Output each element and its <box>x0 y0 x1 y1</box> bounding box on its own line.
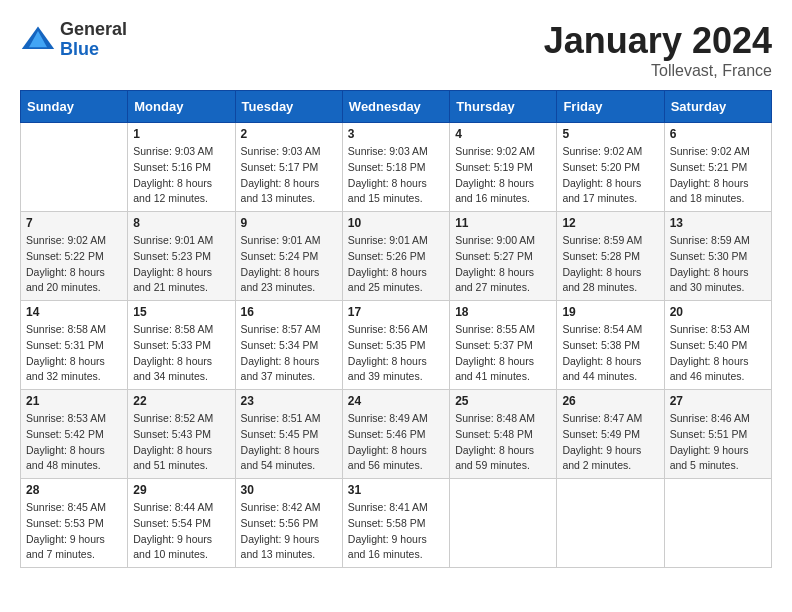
day-number: 11 <box>455 216 551 230</box>
day-number: 3 <box>348 127 444 141</box>
day-info: Sunrise: 9:03 AMSunset: 5:16 PMDaylight:… <box>133 144 229 207</box>
day-number: 24 <box>348 394 444 408</box>
table-row: 7Sunrise: 9:02 AMSunset: 5:22 PMDaylight… <box>21 212 128 301</box>
table-row: 24Sunrise: 8:49 AMSunset: 5:46 PMDayligh… <box>342 390 449 479</box>
day-number: 1 <box>133 127 229 141</box>
day-number: 7 <box>26 216 122 230</box>
table-row: 23Sunrise: 8:51 AMSunset: 5:45 PMDayligh… <box>235 390 342 479</box>
table-row: 20Sunrise: 8:53 AMSunset: 5:40 PMDayligh… <box>664 301 771 390</box>
month-title: January 2024 <box>544 20 772 62</box>
day-info: Sunrise: 8:58 AMSunset: 5:33 PMDaylight:… <box>133 322 229 385</box>
col-thursday: Thursday <box>450 91 557 123</box>
day-info: Sunrise: 8:56 AMSunset: 5:35 PMDaylight:… <box>348 322 444 385</box>
table-row: 17Sunrise: 8:56 AMSunset: 5:35 PMDayligh… <box>342 301 449 390</box>
day-info: Sunrise: 9:02 AMSunset: 5:20 PMDaylight:… <box>562 144 658 207</box>
day-number: 14 <box>26 305 122 319</box>
day-info: Sunrise: 8:42 AMSunset: 5:56 PMDaylight:… <box>241 500 337 563</box>
day-number: 16 <box>241 305 337 319</box>
day-number: 20 <box>670 305 766 319</box>
table-row: 6Sunrise: 9:02 AMSunset: 5:21 PMDaylight… <box>664 123 771 212</box>
day-info: Sunrise: 8:58 AMSunset: 5:31 PMDaylight:… <box>26 322 122 385</box>
day-number: 21 <box>26 394 122 408</box>
day-info: Sunrise: 8:53 AMSunset: 5:42 PMDaylight:… <box>26 411 122 474</box>
calendar-week-3: 14Sunrise: 8:58 AMSunset: 5:31 PMDayligh… <box>21 301 772 390</box>
col-tuesday: Tuesday <box>235 91 342 123</box>
table-row: 4Sunrise: 9:02 AMSunset: 5:19 PMDaylight… <box>450 123 557 212</box>
table-row: 16Sunrise: 8:57 AMSunset: 5:34 PMDayligh… <box>235 301 342 390</box>
table-row: 27Sunrise: 8:46 AMSunset: 5:51 PMDayligh… <box>664 390 771 479</box>
day-info: Sunrise: 9:02 AMSunset: 5:21 PMDaylight:… <box>670 144 766 207</box>
logo-text: General Blue <box>60 20 127 60</box>
day-number: 27 <box>670 394 766 408</box>
table-row: 21Sunrise: 8:53 AMSunset: 5:42 PMDayligh… <box>21 390 128 479</box>
table-row: 12Sunrise: 8:59 AMSunset: 5:28 PMDayligh… <box>557 212 664 301</box>
table-row: 10Sunrise: 9:01 AMSunset: 5:26 PMDayligh… <box>342 212 449 301</box>
table-row: 13Sunrise: 8:59 AMSunset: 5:30 PMDayligh… <box>664 212 771 301</box>
table-row <box>664 479 771 568</box>
day-number: 10 <box>348 216 444 230</box>
table-row: 25Sunrise: 8:48 AMSunset: 5:48 PMDayligh… <box>450 390 557 479</box>
calendar-table: Sunday Monday Tuesday Wednesday Thursday… <box>20 90 772 568</box>
day-info: Sunrise: 9:01 AMSunset: 5:26 PMDaylight:… <box>348 233 444 296</box>
table-row <box>557 479 664 568</box>
calendar-week-5: 28Sunrise: 8:45 AMSunset: 5:53 PMDayligh… <box>21 479 772 568</box>
day-info: Sunrise: 9:02 AMSunset: 5:19 PMDaylight:… <box>455 144 551 207</box>
table-row: 22Sunrise: 8:52 AMSunset: 5:43 PMDayligh… <box>128 390 235 479</box>
day-info: Sunrise: 9:02 AMSunset: 5:22 PMDaylight:… <box>26 233 122 296</box>
calendar-header-row: Sunday Monday Tuesday Wednesday Thursday… <box>21 91 772 123</box>
calendar-week-2: 7Sunrise: 9:02 AMSunset: 5:22 PMDaylight… <box>21 212 772 301</box>
table-row: 11Sunrise: 9:00 AMSunset: 5:27 PMDayligh… <box>450 212 557 301</box>
day-number: 9 <box>241 216 337 230</box>
day-number: 8 <box>133 216 229 230</box>
location-label: Tollevast, France <box>544 62 772 80</box>
day-info: Sunrise: 8:45 AMSunset: 5:53 PMDaylight:… <box>26 500 122 563</box>
day-info: Sunrise: 8:41 AMSunset: 5:58 PMDaylight:… <box>348 500 444 563</box>
day-info: Sunrise: 9:01 AMSunset: 5:23 PMDaylight:… <box>133 233 229 296</box>
col-friday: Friday <box>557 91 664 123</box>
table-row: 29Sunrise: 8:44 AMSunset: 5:54 PMDayligh… <box>128 479 235 568</box>
day-info: Sunrise: 8:49 AMSunset: 5:46 PMDaylight:… <box>348 411 444 474</box>
table-row: 31Sunrise: 8:41 AMSunset: 5:58 PMDayligh… <box>342 479 449 568</box>
day-number: 12 <box>562 216 658 230</box>
day-info: Sunrise: 8:53 AMSunset: 5:40 PMDaylight:… <box>670 322 766 385</box>
logo-icon <box>20 22 56 58</box>
day-info: Sunrise: 8:59 AMSunset: 5:30 PMDaylight:… <box>670 233 766 296</box>
logo: General Blue <box>20 20 127 60</box>
day-number: 22 <box>133 394 229 408</box>
table-row <box>450 479 557 568</box>
day-number: 29 <box>133 483 229 497</box>
table-row: 26Sunrise: 8:47 AMSunset: 5:49 PMDayligh… <box>557 390 664 479</box>
table-row: 28Sunrise: 8:45 AMSunset: 5:53 PMDayligh… <box>21 479 128 568</box>
table-row: 8Sunrise: 9:01 AMSunset: 5:23 PMDaylight… <box>128 212 235 301</box>
day-number: 17 <box>348 305 444 319</box>
table-row: 19Sunrise: 8:54 AMSunset: 5:38 PMDayligh… <box>557 301 664 390</box>
day-info: Sunrise: 9:03 AMSunset: 5:18 PMDaylight:… <box>348 144 444 207</box>
day-number: 26 <box>562 394 658 408</box>
day-number: 13 <box>670 216 766 230</box>
col-saturday: Saturday <box>664 91 771 123</box>
table-row <box>21 123 128 212</box>
calendar-week-1: 1Sunrise: 9:03 AMSunset: 5:16 PMDaylight… <box>21 123 772 212</box>
table-row: 15Sunrise: 8:58 AMSunset: 5:33 PMDayligh… <box>128 301 235 390</box>
col-sunday: Sunday <box>21 91 128 123</box>
day-number: 4 <box>455 127 551 141</box>
table-row: 14Sunrise: 8:58 AMSunset: 5:31 PMDayligh… <box>21 301 128 390</box>
logo-blue-text: Blue <box>60 40 127 60</box>
day-info: Sunrise: 8:52 AMSunset: 5:43 PMDaylight:… <box>133 411 229 474</box>
day-info: Sunrise: 8:48 AMSunset: 5:48 PMDaylight:… <box>455 411 551 474</box>
day-number: 5 <box>562 127 658 141</box>
day-info: Sunrise: 9:00 AMSunset: 5:27 PMDaylight:… <box>455 233 551 296</box>
table-row: 9Sunrise: 9:01 AMSunset: 5:24 PMDaylight… <box>235 212 342 301</box>
title-block: January 2024 Tollevast, France <box>544 20 772 80</box>
col-monday: Monday <box>128 91 235 123</box>
day-number: 2 <box>241 127 337 141</box>
table-row: 1Sunrise: 9:03 AMSunset: 5:16 PMDaylight… <box>128 123 235 212</box>
day-info: Sunrise: 8:46 AMSunset: 5:51 PMDaylight:… <box>670 411 766 474</box>
logo-general-text: General <box>60 20 127 40</box>
page-header: General Blue January 2024 Tollevast, Fra… <box>20 20 772 80</box>
day-number: 19 <box>562 305 658 319</box>
table-row: 5Sunrise: 9:02 AMSunset: 5:20 PMDaylight… <box>557 123 664 212</box>
day-number: 31 <box>348 483 444 497</box>
calendar-week-4: 21Sunrise: 8:53 AMSunset: 5:42 PMDayligh… <box>21 390 772 479</box>
day-info: Sunrise: 8:44 AMSunset: 5:54 PMDaylight:… <box>133 500 229 563</box>
